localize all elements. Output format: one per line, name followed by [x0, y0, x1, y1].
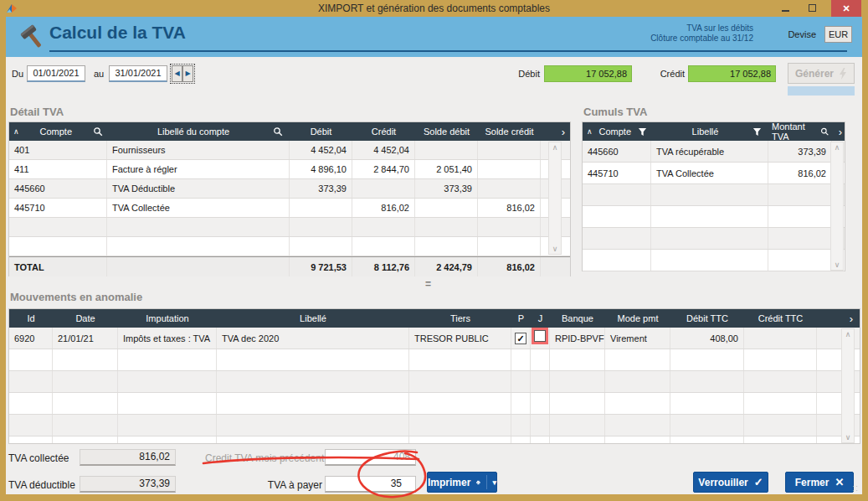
page-title: Calcul de la TVA — [49, 23, 186, 43]
empty-row — [9, 436, 860, 444]
cell-solde-debit — [415, 141, 478, 159]
credit-tva-precedent-input[interactable]: 408 — [325, 449, 416, 466]
table-row[interactable]: 445660 TVA récupérable 373,39 — [583, 141, 845, 163]
window-title: XIMPORT et génération des documents comp… — [0, 3, 868, 14]
page-header: Calcul de la TVA TVA sur les débits Clôt… — [6, 17, 862, 57]
cell-credit: 4 452,04 — [352, 141, 415, 159]
next-period-button[interactable]: ▶ — [182, 65, 193, 82]
credit-total-label: Crédit — [643, 69, 685, 79]
cell-debit: 4 452,04 — [290, 141, 352, 159]
table-row[interactable]: 411 Facture à régler 4 896,10 2 844,70 2… — [9, 160, 570, 179]
scroll-down-icon[interactable]: ∨ — [845, 432, 851, 442]
anomalies-section-title: Mouvements en anomalie — [10, 291, 142, 303]
p-checkbox[interactable]: ✓ — [515, 333, 526, 344]
cell-libelle: TVA Déductible — [107, 179, 290, 198]
chevron-right-icon[interactable]: › — [850, 312, 853, 325]
search-icon[interactable] — [93, 127, 103, 137]
cell-imputation: Impôts et taxes : TVA — [118, 328, 217, 349]
tva-collectee-value: 816,02 — [80, 449, 176, 466]
search-icon[interactable] — [820, 127, 829, 137]
fermer-label: Fermer — [795, 477, 829, 488]
devise-button[interactable]: EUR — [824, 26, 852, 43]
cell-libelle: Fournisseurs — [107, 141, 290, 159]
generer-button[interactable]: Générer — [788, 63, 855, 84]
cumuls-table-body: 445660 TVA récupérable 373,39 445710 TVA… — [583, 141, 845, 271]
anom-col-credit: Crédit TTC — [744, 309, 817, 328]
cell-montant: 373,39 — [768, 141, 832, 162]
empty-row — [583, 184, 845, 206]
date-from-input[interactable]: 01/01/2021 — [27, 65, 85, 82]
collapse-icon[interactable]: ∧ — [13, 127, 19, 136]
cell-solde-credit: 816,02 — [478, 199, 541, 217]
cell-tiers: TRESOR PUBLIC — [409, 328, 511, 349]
cumuls-table: ∧ Compte Libellé Montant TVA › 445660 TV… — [582, 121, 845, 271]
cell-compte: 401 — [9, 141, 107, 159]
cell-debit-ttc: 408,00 — [670, 328, 744, 349]
table-row[interactable]: 401 Fournisseurs 4 452,04 4 452,04 — [9, 141, 570, 160]
cumuls-vertical-scrollbar[interactable]: ∧ ∨ — [830, 142, 844, 271]
search-icon[interactable] — [273, 127, 283, 137]
anom-col-id: Id — [9, 309, 53, 328]
collapse-icon[interactable]: ∧ — [587, 127, 593, 136]
hammer-icon — [18, 23, 46, 51]
anom-col-banque: Banque — [550, 309, 605, 328]
scroll-down-icon[interactable]: ∨ — [835, 260, 840, 270]
chevron-right-icon[interactable]: › — [562, 126, 565, 138]
detail-col-compte: Compte — [40, 127, 73, 137]
table-row[interactable]: 445710 TVA Collectée 816,02 — [583, 163, 845, 184]
cell-credit: 816,02 — [352, 199, 415, 217]
regime-line2: Clôture comptable au 31/12 — [650, 34, 753, 44]
empty-row — [9, 415, 860, 436]
title-bar: XIMPORT et génération des documents comp… — [0, 0, 868, 17]
cumuls-section-title: Cumuls TVA — [583, 106, 647, 118]
total-credit: 8 112,76 — [352, 257, 415, 276]
scroll-up-icon[interactable]: ∧ — [835, 142, 840, 152]
table-row[interactable]: 445660 TVA Déductible 373,39 373,39 — [9, 179, 570, 199]
cell-compte: 411 — [9, 160, 107, 178]
fermer-button[interactable]: Fermer ✕ — [785, 472, 854, 493]
scroll-up-icon[interactable]: ∧ — [552, 142, 558, 152]
total-solde-debit: 2 424,79 — [415, 257, 478, 276]
cumuls-col-libelle: Libellé — [692, 127, 719, 137]
empty-row — [583, 250, 845, 271]
verrouiller-label: Verrouiller — [698, 477, 747, 488]
cell-solde-debit: 2 051,40 — [415, 160, 478, 178]
cell-libelle: TVA Collectée — [651, 163, 768, 183]
filter-icon[interactable] — [638, 127, 647, 137]
minimize-button[interactable] — [773, 0, 798, 17]
empty-row — [9, 218, 570, 237]
cell-banque: RPID-BPVF — [550, 328, 605, 349]
generer-label: Générer — [795, 68, 834, 80]
imprimer-button[interactable]: Imprimer ▾ — [427, 472, 497, 493]
check-icon: ✓ — [754, 476, 763, 488]
cell-date: 21/01/21 — [53, 328, 118, 349]
resize-grip[interactable]: ···· — [852, 484, 860, 493]
scroll-down-icon[interactable]: ∨ — [552, 244, 558, 254]
lightning-icon — [839, 68, 847, 80]
chevron-down-icon[interactable]: ▾ — [492, 478, 496, 487]
j-checkbox[interactable] — [534, 330, 546, 342]
credit-tva-precedent-label: Credit TVA mois précédent — [205, 452, 324, 464]
detail-vertical-scrollbar[interactable]: ∧ ∨ — [548, 142, 562, 255]
splitter-handle[interactable]: = — [425, 281, 431, 287]
previous-period-button[interactable]: ◀ — [172, 65, 182, 82]
cell-solde-debit: 373,39 — [415, 179, 478, 198]
empty-row — [583, 228, 845, 250]
cell-solde-debit — [415, 199, 478, 217]
anomalies-table-header: Id Date Imputation Libellé Tiers P J Ban… — [9, 309, 860, 328]
title-underline — [49, 50, 847, 52]
chevron-right-icon[interactable]: › — [839, 126, 842, 138]
verrouiller-button[interactable]: Verrouiller ✓ — [693, 472, 768, 493]
anomalies-vertical-scrollbar[interactable]: ∧ ∨ — [841, 328, 855, 443]
anom-col-debit: Débit TTC — [670, 309, 744, 328]
table-row[interactable]: 6920 21/01/21 Impôts et taxes : TVA TVA … — [9, 328, 860, 349]
maximize-button[interactable] — [799, 0, 824, 17]
close-button[interactable]: ✕ — [831, 0, 861, 17]
detail-table-header: ∧ Compte Libellé du compte Débit Crédit … — [9, 122, 570, 141]
app-window: XIMPORT et génération des documents comp… — [0, 0, 868, 501]
table-row[interactable]: 445710 TVA Collectée 816,02 816,02 — [9, 199, 570, 218]
date-to-input[interactable]: 31/01/2021 — [109, 65, 167, 82]
scroll-up-icon[interactable]: ∧ — [845, 329, 851, 339]
filter-icon[interactable] — [752, 127, 762, 137]
tva-a-payer-input[interactable]: 35 — [325, 476, 416, 493]
